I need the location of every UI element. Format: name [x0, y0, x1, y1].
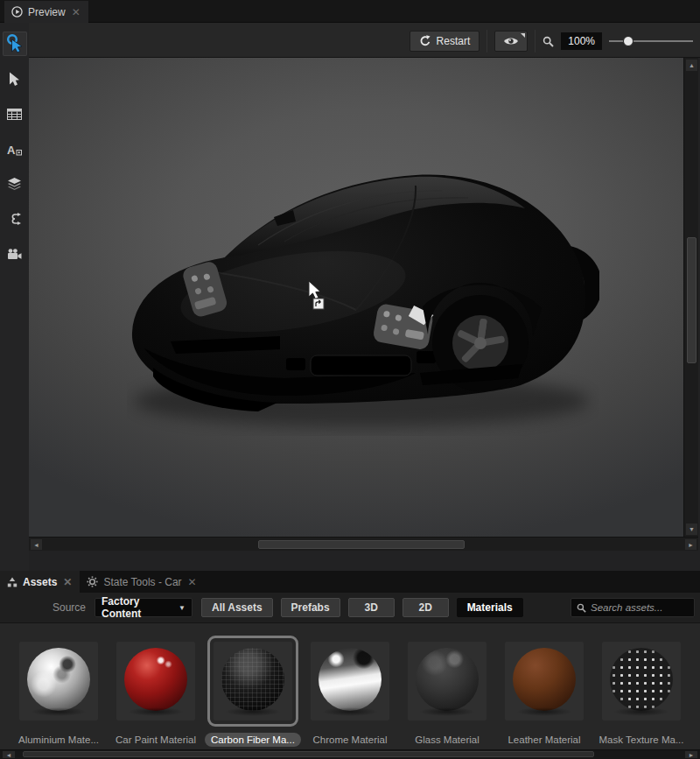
material-thumbnail	[214, 642, 292, 720]
table-icon	[7, 109, 22, 120]
horizontal-scroll-thumb[interactable]	[258, 540, 465, 549]
scroll-right-arrow[interactable]: ►	[685, 539, 696, 550]
material-card-chrome-material[interactable]: Chrome Material	[311, 642, 389, 747]
preview-viewport[interactable]	[29, 58, 683, 537]
scroll-left-arrow[interactable]: ◄	[31, 539, 42, 550]
filter-button-materials[interactable]: Materials	[457, 598, 523, 617]
restart-button[interactable]: Restart	[410, 31, 480, 52]
viewport-toolbar: Restart 100%	[29, 23, 700, 58]
materials-horizontal-scrollbar[interactable]: ◄ ►	[0, 749, 700, 759]
arrow-cursor-icon	[9, 72, 20, 87]
material-label: Aluminium Mate...	[12, 733, 105, 747]
material-card-leather-material[interactable]: Leather Material	[505, 642, 584, 747]
material-thumbnail	[408, 642, 486, 720]
material-card-aluminium-mate[interactable]: Aluminium Mate...	[19, 642, 98, 747]
material-thumbnail	[311, 642, 389, 720]
material-label: Leather Material	[501, 733, 586, 747]
bottom-tab-bar: Assets ✕ State Tools - Car ✕	[0, 571, 700, 593]
material-label: Mask Texture Ma...	[593, 733, 690, 747]
zoom-slider-thumb[interactable]	[623, 36, 634, 46]
toolbar-separator	[535, 30, 536, 53]
zoom-slider-track	[609, 40, 693, 42]
material-thumbnail	[19, 642, 98, 720]
camera-icon	[7, 249, 22, 260]
tool-sidebar: A	[0, 23, 29, 571]
scroll-up-arrow[interactable]: ▲	[686, 60, 697, 71]
filter-button-all-assets[interactable]: All Assets	[201, 598, 273, 617]
play-circle-icon	[11, 6, 23, 18]
branch-arrows-icon	[9, 212, 21, 226]
viewport-horizontal-scrollbar[interactable]: ◄ ►	[29, 537, 698, 551]
material-card-carbon-fiber-ma[interactable]: Carbon Fiber Ma...	[214, 642, 292, 747]
material-sphere-preview	[318, 648, 382, 711]
layers-icon	[7, 177, 22, 191]
material-sphere-preview	[27, 648, 90, 711]
table-view-button[interactable]	[3, 102, 27, 126]
material-card-glass-material[interactable]: Glass Material	[408, 642, 486, 747]
material-sphere-preview	[416, 648, 479, 711]
car-3d-render	[127, 147, 599, 436]
top-tab-bar: Preview ✕	[0, 0, 700, 23]
material-label: Carbon Fiber Ma...	[205, 733, 301, 747]
gear-icon	[87, 576, 98, 587]
material-sphere-preview	[221, 648, 284, 711]
close-icon[interactable]: ✕	[71, 7, 81, 18]
scroll-left-arrow[interactable]: ◄	[3, 751, 15, 758]
material-sphere-preview	[610, 648, 673, 711]
materials-scroll-thumb[interactable]	[23, 751, 594, 757]
tab-assets[interactable]: Assets ✕	[0, 571, 80, 593]
search-input[interactable]	[591, 602, 687, 613]
material-sphere-preview	[513, 648, 576, 711]
tab-state-tools-car[interactable]: State Tools - Car ✕	[80, 571, 204, 593]
tab-preview-label: Preview	[28, 6, 66, 18]
source-dropdown-value: Factory Content	[102, 595, 178, 620]
close-icon[interactable]: ✕	[62, 577, 73, 587]
close-icon[interactable]: ✕	[187, 577, 198, 587]
restart-circular-arrow-icon	[419, 35, 431, 47]
connections-tool-button[interactable]	[3, 207, 27, 231]
materials-grid: Aluminium Mate... Car Paint Material Car…	[0, 623, 700, 749]
svg-text:A: A	[7, 143, 16, 156]
material-label: Car Paint Material	[109, 733, 202, 747]
material-thumbnail	[602, 642, 681, 720]
asset-filter-buttons: All AssetsPrefabs3D2DMaterials	[201, 598, 523, 617]
select-tool-button[interactable]	[3, 67, 27, 91]
dropdown-corner-indicator	[521, 33, 525, 38]
viewport-vertical-scrollbar[interactable]: ▲ ▼	[683, 58, 698, 537]
tab-preview[interactable]: Preview ✕	[4, 1, 88, 23]
filter-button-3d[interactable]: 3D	[348, 598, 395, 617]
source-dropdown[interactable]: Factory Content ▼	[94, 598, 192, 617]
scroll-right-arrow[interactable]: ►	[685, 751, 697, 758]
toolbar-separator	[486, 30, 487, 53]
camera-tool-button[interactable]	[3, 242, 27, 266]
layers-tool-button[interactable]	[3, 172, 27, 196]
text-tool-icon: A	[7, 143, 22, 156]
zoom-magnifier-icon	[542, 36, 554, 47]
zoom-level-field[interactable]: 100%	[561, 32, 602, 50]
pick-tool-button[interactable]	[3, 32, 27, 56]
scroll-down-arrow[interactable]: ▼	[686, 524, 697, 535]
filter-button-prefabs[interactable]: Prefabs	[281, 598, 340, 617]
chevron-down-icon: ▼	[178, 604, 186, 612]
asset-search-box[interactable]	[570, 598, 695, 617]
material-card-mask-texture-ma[interactable]: Mask Texture Ma...	[602, 642, 681, 747]
search-icon	[577, 603, 586, 613]
assets-tree-icon	[7, 577, 18, 587]
visibility-button[interactable]	[494, 31, 528, 52]
mouse-cursor	[302, 279, 326, 311]
assets-panel: Assets ✕ State Tools - Car ✕ Source Fact…	[0, 571, 700, 759]
material-thumbnail	[505, 642, 584, 720]
zoom-slider[interactable]	[609, 35, 693, 47]
application-window: Preview ✕ Restart 100%	[0, 0, 700, 759]
tab-state-tools-label: State Tools - Car	[103, 576, 181, 588]
source-label: Source	[52, 601, 86, 614]
assets-controls-row: Source Factory Content ▼ All AssetsPrefa…	[0, 593, 700, 623]
pick-cursor-icon	[6, 34, 24, 53]
material-label: Chrome Material	[307, 733, 394, 747]
material-card-car-paint-material[interactable]: Car Paint Material	[116, 642, 195, 747]
material-sphere-preview	[124, 648, 187, 711]
eye-visibility-icon	[503, 36, 519, 46]
text-tool-button[interactable]: A	[3, 137, 27, 161]
vertical-scroll-thumb[interactable]	[687, 237, 696, 363]
filter-button-2d[interactable]: 2D	[402, 598, 449, 617]
